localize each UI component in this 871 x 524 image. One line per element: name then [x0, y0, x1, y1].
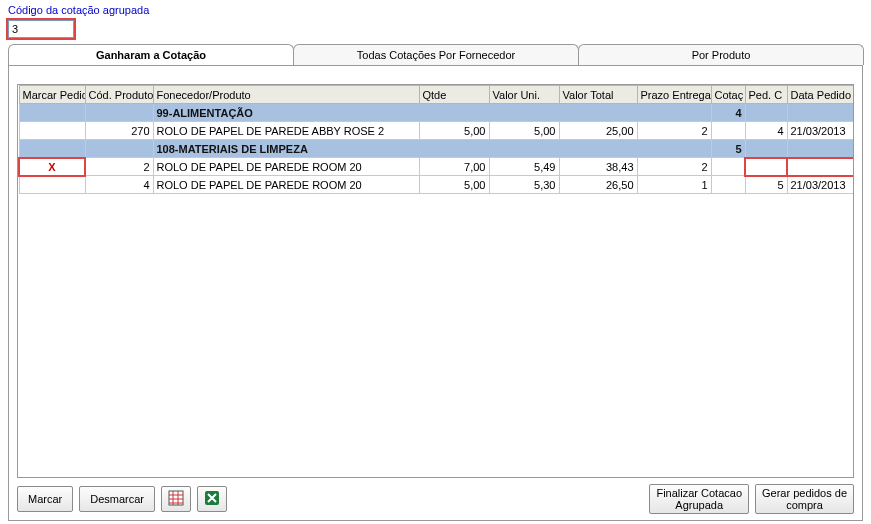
cell-data: 21/03/2013: [787, 176, 854, 194]
tab-todas[interactable]: Todas Cotações Por Fornecedor: [293, 44, 579, 65]
cell-qtde: 7,00: [419, 158, 489, 176]
cell-pedc: [745, 158, 787, 176]
table-row[interactable]: 270ROLO DE PAPEL DE PAREDE ABBY ROSE 25,…: [19, 122, 854, 140]
col-header-desc[interactable]: Fonecedor/Produto: [153, 86, 419, 104]
cell-cotac: [711, 158, 745, 176]
cell-prazo: 2: [637, 158, 711, 176]
col-header-cotac[interactable]: Cotaç: [711, 86, 745, 104]
excel-icon: [204, 490, 220, 508]
cell-data: 21/03/2013: [787, 122, 854, 140]
col-header-prazo[interactable]: Prazo Entrega: [637, 86, 711, 104]
group-title: 99-ALIMENTAÇÃO: [153, 104, 711, 122]
cell-pedc: 5: [745, 176, 787, 194]
col-header-qtde[interactable]: Qtde: [419, 86, 489, 104]
cell-cotac: [711, 122, 745, 140]
cell-vuni: 5,30: [489, 176, 559, 194]
col-header-vuni[interactable]: Valor Uni.: [489, 86, 559, 104]
tab-strip: Ganharam a Cotação Todas Cotações Por Fo…: [8, 44, 863, 65]
cell-cod: 270: [85, 122, 153, 140]
cell-cotac: [711, 176, 745, 194]
cell-cod: 4: [85, 176, 153, 194]
table-row[interactable]: X2ROLO DE PAPEL DE PAREDE ROOM 207,005,4…: [19, 158, 854, 176]
cell-qtde: 5,00: [419, 122, 489, 140]
cell-desc: ROLO DE PAPEL DE PAREDE ROOM 20: [153, 158, 419, 176]
cell-vtot: 38,43: [559, 158, 637, 176]
cell-vtot: 25,00: [559, 122, 637, 140]
col-header-data[interactable]: Data Pedido: [787, 86, 854, 104]
cell-qtde: 5,00: [419, 176, 489, 194]
data-grid[interactable]: Marcar Pedido Cód. Produto Fonecedor/Pro…: [18, 85, 854, 194]
grid-icon: [168, 490, 184, 508]
tab-panel: Marcar Pedido Cód. Produto Fonecedor/Pro…: [8, 65, 863, 521]
cell-desc: ROLO DE PAPEL DE PAREDE ABBY ROSE 2: [153, 122, 419, 140]
group-title: 108-MATERIAIS DE LIMPEZA: [153, 140, 711, 158]
col-header-cod[interactable]: Cód. Produto: [85, 86, 153, 104]
group-cotac: 5: [711, 140, 745, 158]
tab-ganharam[interactable]: Ganharam a Cotação: [8, 44, 294, 65]
cell-desc: ROLO DE PAPEL DE PAREDE ROOM 20: [153, 176, 419, 194]
tab-por-produto[interactable]: Por Produto: [578, 44, 864, 65]
group-row: 99-ALIMENTAÇÃO4: [19, 104, 854, 122]
cell-mark[interactable]: [19, 176, 85, 194]
gerar-pedidos-button[interactable]: Gerar pedidos de compra: [755, 484, 854, 514]
cell-prazo: 1: [637, 176, 711, 194]
col-header-marcar[interactable]: Marcar Pedido: [19, 86, 85, 104]
col-header-vtot[interactable]: Valor Total: [559, 86, 637, 104]
group-cotac: 4: [711, 104, 745, 122]
field-label-codigo: Código da cotação agrupada: [0, 0, 871, 18]
desmarcar-button[interactable]: Desmarcar: [79, 486, 155, 512]
cell-pedc: 4: [745, 122, 787, 140]
group-row: 108-MATERIAIS DE LIMPEZA5: [19, 140, 854, 158]
export-excel-button[interactable]: [197, 486, 227, 512]
cell-cod: 2: [85, 158, 153, 176]
cell-vuni: 5,00: [489, 122, 559, 140]
cell-data: [787, 158, 854, 176]
cell-vtot: 26,50: [559, 176, 637, 194]
finalizar-button[interactable]: Finalizar Cotacao Agrupada: [649, 484, 749, 514]
bottom-toolbar: Marcar Desmarcar Finalizar Cotacao Agrup…: [17, 484, 854, 514]
grid-options-button[interactable]: [161, 486, 191, 512]
grid-container: Marcar Pedido Cód. Produto Fonecedor/Pro…: [17, 84, 854, 478]
cell-prazo: 2: [637, 122, 711, 140]
col-header-pedc[interactable]: Ped. C: [745, 86, 787, 104]
cell-vuni: 5,49: [489, 158, 559, 176]
grid-header-row: Marcar Pedido Cód. Produto Fonecedor/Pro…: [19, 86, 854, 104]
field-input-highlight: [6, 18, 76, 40]
cell-mark[interactable]: X: [19, 158, 85, 176]
cell-mark[interactable]: [19, 122, 85, 140]
codigo-input[interactable]: [8, 20, 74, 38]
marcar-button[interactable]: Marcar: [17, 486, 73, 512]
table-row[interactable]: 4ROLO DE PAPEL DE PAREDE ROOM 205,005,30…: [19, 176, 854, 194]
